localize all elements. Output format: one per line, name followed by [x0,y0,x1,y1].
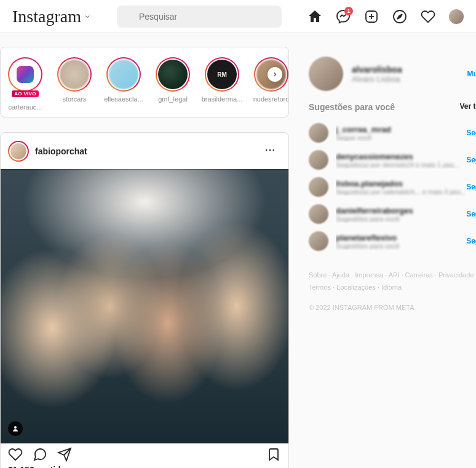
see-all-link[interactable]: Ver tudo [460,102,477,112]
save-button[interactable] [266,447,281,462]
follow-button[interactable]: Seguir [466,210,476,218]
story-item[interactable]: RM brasilderma... [197,57,247,111]
like-button[interactable] [8,447,23,462]
svg-point-9 [273,149,275,151]
comment-button[interactable] [33,447,47,462]
svg-marker-6 [397,14,402,19]
follow-button[interactable]: Seguir [466,156,476,164]
likes-count[interactable]: 21.152 curtidas [8,464,281,468]
footer-copyright: © 2022 Instagram from Meta [309,304,476,311]
messenger-badge: 1 [344,7,353,15]
follow-button[interactable]: Seguir [466,129,476,137]
post-more-button[interactable] [259,139,281,163]
sidebar-avatar[interactable] [309,57,343,91]
chevron-down-icon [84,13,91,20]
new-post-icon[interactable] [364,9,379,24]
stories-next-button[interactable] [268,67,282,82]
home-icon[interactable] [307,9,322,24]
follow-button[interactable]: Seguir [466,183,476,191]
live-badge: AO VIVO [12,90,38,97]
feed-post: fabioporchat 21.152 cur [0,132,289,468]
search-input[interactable] [117,6,282,28]
suggestion-item: planetareflexivoSugestões para você Segu… [309,228,476,255]
footer-links: Sobre · Ajuda · Imprensa · API · Carreir… [309,269,476,294]
top-nav: Instagram 1 [0,0,476,33]
suggestion-item: j_correa_mradSegue você Seguir [309,119,476,146]
story-item[interactable]: storcars [50,57,99,111]
suggestion-avatar[interactable] [309,204,328,224]
sidebar-profile: alvarolisboa Alvaro Lisboa Mudar [309,57,476,91]
brand-logo: Instagram [12,7,81,26]
suggestion-item: lisboa.planejadosSeguido(a) por valeriak… [309,173,476,200]
profile-avatar[interactable] [449,9,464,24]
suggestion-avatar[interactable] [309,177,328,197]
svg-point-8 [269,149,271,151]
sidebar-fullname: Alvaro Lisboa [352,74,467,84]
sidebar: alvarolisboa Alvaro Lisboa Mudar Sugestõ… [309,47,476,468]
svg-point-7 [266,149,268,151]
post-author-avatar[interactable] [8,141,29,162]
activity-icon[interactable] [421,9,435,24]
suggestions-title: Sugestões para você [309,102,395,112]
share-button[interactable] [57,447,72,462]
story-item[interactable]: gmf_legal [148,57,197,111]
svg-point-10 [14,426,17,429]
suggestion-item: danielferreiraborgesSugestões para você … [309,200,476,228]
suggestion-avatar[interactable] [309,123,328,143]
post-author-username[interactable]: fabioporchat [35,146,259,156]
switch-account-link[interactable]: Mudar [467,69,476,78]
story-item[interactable]: ellesaescla... [99,57,148,111]
story-item[interactable]: nudesretoro [247,57,289,111]
tagged-people-icon[interactable] [8,421,23,436]
suggestion-avatar[interactable] [309,150,328,170]
suggestion-item: denycassiomenezesSeguido(a) por dennisb1… [309,146,476,173]
stories-tray: AO VIVO carterauc... storcars ellesaescl… [0,47,289,117]
suggestion-avatar[interactable] [309,231,328,251]
follow-button[interactable]: Seguir [466,237,476,245]
messenger-icon[interactable]: 1 [336,9,351,24]
explore-icon[interactable] [392,9,407,24]
story-item[interactable]: AO VIVO carterauc... [1,57,50,111]
sidebar-username[interactable]: alvarolisboa [352,65,467,74]
post-image[interactable] [1,169,288,443]
logo-wrap[interactable]: Instagram [12,7,91,26]
